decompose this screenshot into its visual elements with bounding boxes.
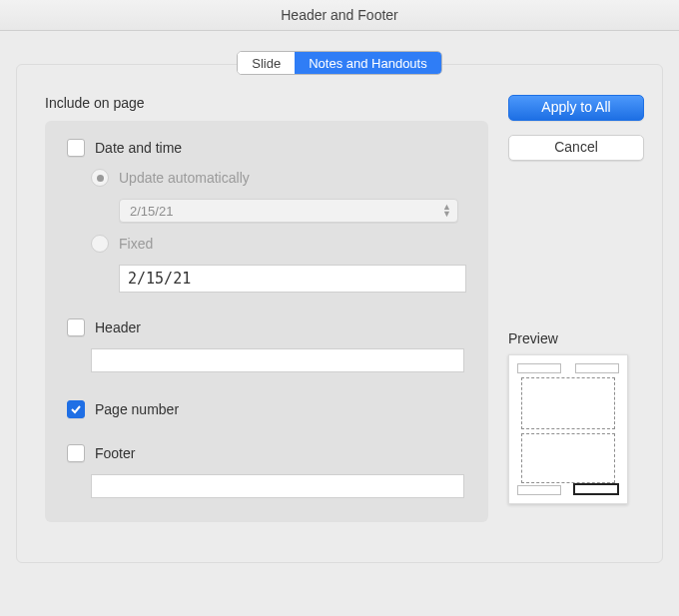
preview-body-top [521,377,615,429]
cancel-button[interactable]: Cancel [508,135,644,161]
date-format-value: 2/15/21 [130,204,173,219]
datetime-checkbox[interactable] [67,139,85,157]
stepper-arrows-icon: ▲▼ [442,204,451,218]
footer-input[interactable] [91,474,464,498]
include-group: Date and time Update automatically 2/15/… [45,121,488,522]
tab-notes-handouts[interactable]: Notes and Handouts [295,52,441,74]
pagenumber-row: Page number [67,400,466,418]
tab-group: Slide Notes and Handouts [16,51,663,75]
fixed-row: Fixed [91,235,466,253]
footer-checkbox[interactable] [67,444,85,462]
footer-row: Footer [67,444,466,462]
preview-footer-right [573,483,619,495]
update-auto-row: Update automatically [91,169,466,187]
header-checkbox[interactable] [67,318,85,336]
tab-slide[interactable]: Slide [238,52,295,74]
preview-label: Preview [508,330,644,346]
window-title: Header and Footer [0,0,679,31]
update-auto-radio[interactable] [91,169,109,187]
fixed-date-row: 2/15/21 [119,265,466,293]
preview-body-bottom [521,433,615,483]
options-right: Apply to All Cancel Preview [488,95,644,504]
preview-thumbnail [508,354,628,504]
header-row: Header [67,318,466,336]
preview-header-right [575,363,619,373]
header-label: Header [95,319,141,335]
dialog-content: Slide Notes and Handouts Include on page… [0,31,679,579]
datetime-row: Date and time [67,139,466,157]
fixed-radio[interactable] [91,235,109,253]
date-format-select[interactable]: 2/15/21 ▲▼ [119,199,458,223]
preview-footer-left [517,485,561,495]
pagenumber-label: Page number [95,401,179,417]
pagenumber-checkbox[interactable] [67,400,85,418]
options-left: Include on page Date and time Update aut… [45,95,488,522]
fixed-label: Fixed [119,236,153,252]
segmented-control: Slide Notes and Handouts [237,51,441,75]
header-input[interactable] [91,348,464,372]
apply-to-all-button[interactable]: Apply to All [508,95,644,121]
footer-label: Footer [95,445,135,461]
options-panel: Include on page Date and time Update aut… [16,64,663,563]
fixed-date-input[interactable]: 2/15/21 [119,265,466,293]
update-auto-label: Update automatically [119,170,250,186]
date-format-row: 2/15/21 ▲▼ [119,199,466,223]
preview-header-left [517,363,561,373]
datetime-label: Date and time [95,140,182,156]
include-on-page-label: Include on page [45,95,488,111]
